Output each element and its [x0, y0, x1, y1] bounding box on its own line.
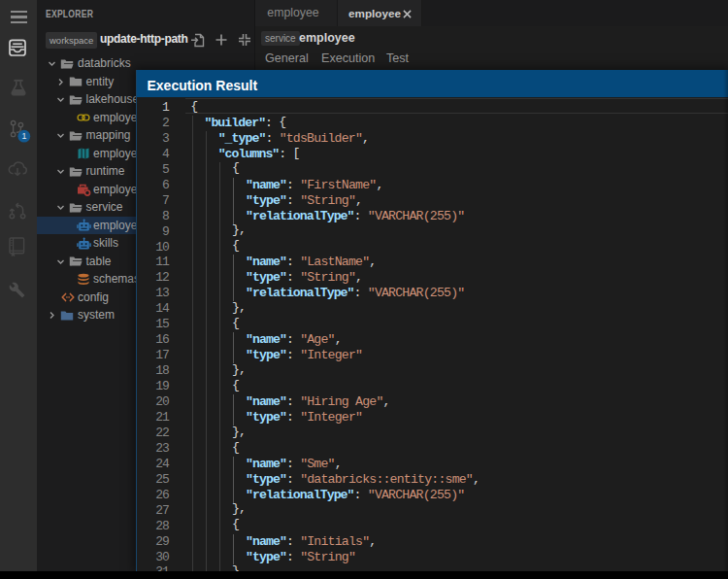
svg-text:1: 1: [21, 131, 26, 141]
